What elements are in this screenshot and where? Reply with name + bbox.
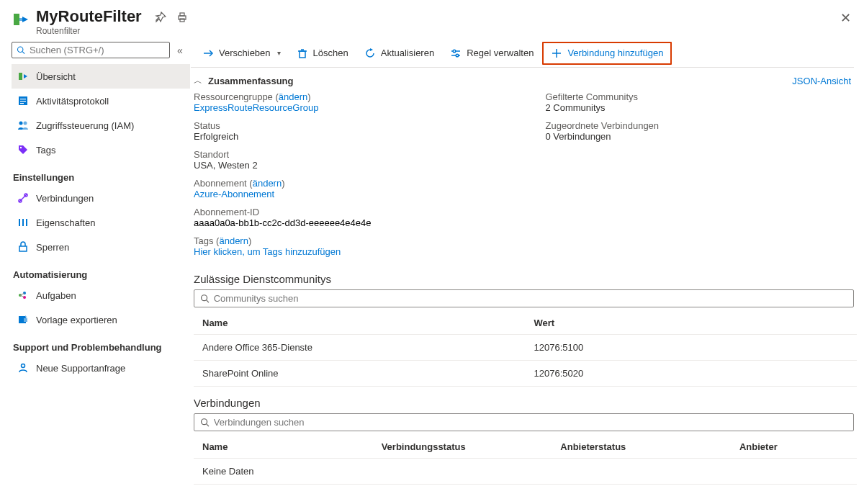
community-name: Andere Office 365-Dienste xyxy=(194,335,526,361)
trash-icon xyxy=(297,48,308,59)
sidebar-item-export-template[interactable]: Vorlage exportieren xyxy=(12,307,190,332)
table-row[interactable]: Andere Office 365-Dienste 12076:5100 xyxy=(194,335,857,361)
sidebar-item-overview[interactable]: Übersicht xyxy=(12,64,190,89)
search-icon xyxy=(200,294,210,303)
refresh-icon xyxy=(364,48,376,59)
add-connection-button[interactable]: Verbindung hinzufügen xyxy=(542,42,672,65)
sidebar-item-label: Aufgaben xyxy=(36,290,76,301)
sidebar-group-settings: Einstellungen xyxy=(12,162,190,186)
svg-rect-9 xyxy=(20,101,26,102)
sidebar-item-tags[interactable]: Tags xyxy=(12,138,190,162)
communities-col-name[interactable]: Name xyxy=(194,312,526,335)
community-name: SharePoint Online xyxy=(194,361,526,387)
resource-group-value[interactable]: ExpressRouteResourceGroup xyxy=(194,102,318,113)
status-value: Erfolgreich xyxy=(194,131,503,142)
chevron-up-icon[interactable]: ︿ xyxy=(194,75,202,87)
sidebar-item-label: Neue Supportanfrage xyxy=(36,363,125,374)
svg-rect-6 xyxy=(19,73,22,80)
summary-title: Zusammenfassung xyxy=(208,76,293,86)
page-subtitle: Routenfilter xyxy=(36,26,142,36)
table-row[interactable]: SharePoint Online 12076:5020 xyxy=(194,361,857,387)
sidebar: « Übersicht Aktivitätsprotokoll Zugriffs… xyxy=(0,39,190,504)
change-tags-link[interactable]: ändern xyxy=(219,235,248,246)
location-label: Standort xyxy=(194,149,503,160)
svg-rect-28 xyxy=(300,51,305,58)
resource-type-icon xyxy=(12,10,30,29)
sidebar-group-support: Support und Problembehandlung xyxy=(12,332,190,356)
communities-col-value[interactable]: Wert xyxy=(526,312,858,335)
change-resource-group-link[interactable]: ändern xyxy=(279,91,307,102)
toolbar-label: Regel verwalten xyxy=(467,48,534,58)
iam-icon xyxy=(17,120,29,131)
sidebar-item-label: Übersicht xyxy=(36,71,76,82)
sidebar-item-label: Aktivitätsprotokoll xyxy=(36,96,109,107)
connections-col-status[interactable]: Verbindungsstatus xyxy=(373,436,552,459)
sidebar-item-activity-log[interactable]: Aktivitätsprotokoll xyxy=(12,89,190,113)
sidebar-item-new-support[interactable]: Neue Supportanfrage xyxy=(12,356,190,380)
filtered-communities-value: 2 Communitys xyxy=(546,102,855,113)
svg-line-5 xyxy=(22,52,24,54)
community-value: 12076:5100 xyxy=(526,335,858,361)
delete-button[interactable]: Löschen xyxy=(289,43,356,63)
sidebar-collapse-icon[interactable]: « xyxy=(170,45,190,56)
lock-icon xyxy=(17,241,29,253)
svg-rect-10 xyxy=(20,103,24,104)
print-icon[interactable] xyxy=(176,12,188,25)
move-icon xyxy=(202,48,214,59)
summary-section: ︿ Zusammenfassung JSON-Ansicht Ressource… xyxy=(191,68,854,263)
sidebar-item-iam[interactable]: Zugriffssteuerung (IAM) xyxy=(12,113,190,138)
svg-point-39 xyxy=(202,419,207,425)
support-icon xyxy=(17,362,29,374)
page-header: MyRouteFilter Routenfilter ✕ xyxy=(0,0,864,39)
activity-log-icon xyxy=(17,95,29,107)
tags-label: Tags xyxy=(194,235,213,246)
connections-search-input[interactable] xyxy=(194,413,854,431)
svg-point-34 xyxy=(456,54,459,57)
json-view-link[interactable]: JSON-Ansicht xyxy=(792,76,851,86)
sidebar-item-connections[interactable]: Verbindungen xyxy=(12,186,190,210)
plus-icon xyxy=(551,48,562,59)
sidebar-item-tasks[interactable]: Aufgaben xyxy=(12,283,190,307)
overview-icon xyxy=(17,71,29,82)
connections-col-provider-status[interactable]: Anbieterstatus xyxy=(552,436,731,459)
svg-rect-19 xyxy=(19,246,27,251)
communities-table: Name Wert Andere Office 365-Dienste 1207… xyxy=(194,312,857,387)
connections-icon xyxy=(17,192,29,204)
sidebar-item-locks[interactable]: Sperren xyxy=(12,235,190,259)
sidebar-group-automation: Automatisierung xyxy=(12,259,190,283)
close-icon[interactable]: ✕ xyxy=(839,7,852,29)
connections-table: Name Verbindungsstatus Anbieterstatus An… xyxy=(194,436,857,485)
tag-icon xyxy=(17,144,29,156)
svg-point-37 xyxy=(202,295,207,301)
tags-value[interactable]: Hier klicken, um Tags hinzuzufügen xyxy=(194,246,341,257)
svg-point-26 xyxy=(22,364,25,368)
move-button[interactable]: Verschieben ▾ xyxy=(195,43,288,63)
sidebar-item-properties[interactable]: Eigenschaften xyxy=(12,210,190,235)
communities-search-input[interactable] xyxy=(194,289,854,307)
connections-col-name[interactable]: Name xyxy=(194,436,373,459)
svg-point-12 xyxy=(24,122,27,125)
connections-section-title: Verbindungen xyxy=(191,387,854,413)
sidebar-item-label: Vorlage exportieren xyxy=(36,315,117,325)
subscription-value[interactable]: Azure-Abonnement xyxy=(194,189,274,199)
refresh-button[interactable]: Aktualisieren xyxy=(357,43,441,63)
associated-connections-label: Zugeordnete Verbindungen xyxy=(546,120,855,131)
connections-col-provider[interactable]: Anbieter xyxy=(731,436,857,459)
svg-rect-17 xyxy=(22,219,24,226)
svg-point-33 xyxy=(453,50,456,53)
sidebar-item-label: Tags xyxy=(36,145,55,156)
svg-rect-18 xyxy=(26,219,27,226)
location-value: USA, Westen 2 xyxy=(194,160,503,171)
toolbar-label: Verbindung hinzufügen xyxy=(567,48,663,58)
sidebar-search-input[interactable] xyxy=(12,42,170,58)
status-label: Status xyxy=(194,120,503,131)
table-row-empty: Keine Daten xyxy=(194,459,857,485)
communities-section-title: Zulässige Dienstcommunitys xyxy=(191,263,854,289)
manage-rule-button[interactable]: Regel verwalten xyxy=(443,43,541,63)
main-content: Verschieben ▾ Löschen Aktualisieren Rege… xyxy=(190,39,864,504)
filtered-communities-label: Gefilterte Communitys xyxy=(546,91,855,102)
change-subscription-link[interactable]: ändern xyxy=(253,178,282,189)
command-bar: Verschieben ▾ Löschen Aktualisieren Rege… xyxy=(191,39,854,68)
sidebar-item-label: Zugriffssteuerung (IAM) xyxy=(36,120,134,131)
pin-icon[interactable] xyxy=(155,12,166,25)
